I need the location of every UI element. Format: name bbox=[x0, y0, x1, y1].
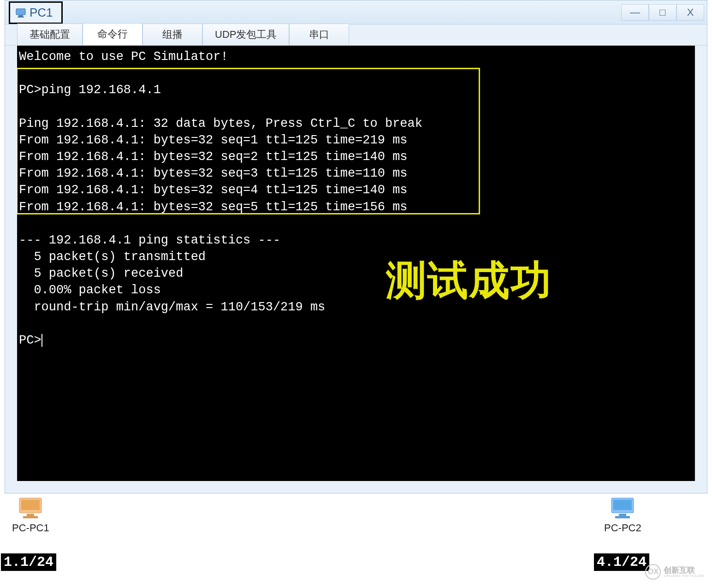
maximize-button[interactable]: □ bbox=[649, 4, 676, 21]
stats-line: 5 packet(s) transmitted bbox=[19, 249, 693, 265]
terminal-command: PC>ping 192.168.4.1 bbox=[19, 82, 693, 98]
svg-rect-2 bbox=[18, 17, 24, 18]
simulator-window: PC1 — □ X 基础配置 命令行 组播 UDP发包工具 串口 Welcome… bbox=[5, 0, 707, 493]
svg-rect-0 bbox=[16, 9, 25, 15]
close-button[interactable]: X bbox=[676, 4, 704, 21]
watermark-cn: 创新互联 bbox=[664, 566, 705, 574]
success-overlay: 测试成功 bbox=[386, 253, 552, 308]
pc-icon bbox=[17, 497, 44, 519]
tab-basic-config[interactable]: 基础配置 bbox=[17, 24, 83, 45]
svg-rect-6 bbox=[23, 516, 38, 518]
terminal-welcome: Welcome to use PC Simulator! bbox=[19, 48, 693, 65]
ping-reply: From 192.168.4.1: bytes=32 seq=2 ttl=125… bbox=[19, 148, 693, 165]
terminal-prompt: PC> bbox=[19, 332, 693, 349]
terminal[interactable]: Welcome to use PC Simulator! PC>ping 192… bbox=[17, 46, 695, 481]
stats-line: round-trip min/avg/max = 110/153/219 ms bbox=[19, 299, 693, 315]
svg-rect-10 bbox=[615, 516, 630, 518]
title-left: PC1 bbox=[8, 0, 63, 24]
watermark: OX 创新互联 CHUANG XIN HULIAN bbox=[645, 564, 705, 580]
pc-icon bbox=[609, 497, 636, 519]
minimize-button[interactable]: — bbox=[621, 4, 649, 21]
ip-chip-pc1: 1.1/24 bbox=[1, 553, 56, 571]
tab-udp-tool[interactable]: UDP发包工具 bbox=[202, 24, 289, 45]
tab-command-line[interactable]: 命令行 bbox=[83, 23, 142, 45]
stats-line: 0.00% packet loss bbox=[19, 282, 693, 298]
cursor bbox=[42, 334, 42, 347]
svg-rect-5 bbox=[27, 514, 34, 516]
svg-rect-9 bbox=[619, 514, 626, 516]
tab-multicast[interactable]: 组播 bbox=[142, 24, 202, 45]
watermark-en: CHUANG XIN HULIAN bbox=[664, 574, 705, 578]
svg-rect-8 bbox=[613, 500, 632, 510]
pc-icon bbox=[15, 7, 27, 19]
device-label: PC-PC1 bbox=[12, 522, 49, 534]
watermark-badge-icon: OX bbox=[645, 564, 661, 580]
device-pc2[interactable]: PC-PC2 bbox=[604, 497, 641, 534]
ping-reply: From 192.168.4.1: bytes=32 seq=1 ttl=125… bbox=[19, 132, 693, 148]
window-title-tab[interactable]: PC1 bbox=[9, 1, 63, 24]
ping-reply: From 192.168.4.1: bytes=32 seq=3 ttl=125… bbox=[19, 165, 693, 182]
stats-line: 5 packet(s) received bbox=[19, 265, 693, 282]
svg-rect-4 bbox=[21, 500, 40, 510]
window-controls: — □ X bbox=[621, 4, 704, 21]
device-pc1[interactable]: PC-PC1 bbox=[12, 497, 49, 534]
ping-reply: From 192.168.4.1: bytes=32 seq=4 ttl=125… bbox=[19, 182, 693, 198]
ip-chip-pc2: 4.1/24 bbox=[594, 553, 649, 571]
tabs-row: 基础配置 命令行 组播 UDP发包工具 串口 bbox=[5, 24, 707, 46]
svg-rect-1 bbox=[18, 15, 23, 17]
window-title: PC1 bbox=[30, 6, 53, 20]
ping-reply: From 192.168.4.1: bytes=32 seq=5 ttl=125… bbox=[19, 199, 693, 215]
stats-header: --- 192.168.4.1 ping statistics --- bbox=[19, 232, 693, 249]
tab-serial[interactable]: 串口 bbox=[289, 24, 349, 45]
device-label: PC-PC2 bbox=[604, 522, 641, 534]
ping-header: Ping 192.168.4.1: 32 data bytes, Press C… bbox=[19, 115, 693, 132]
title-bar: PC1 — □ X bbox=[5, 0, 707, 24]
